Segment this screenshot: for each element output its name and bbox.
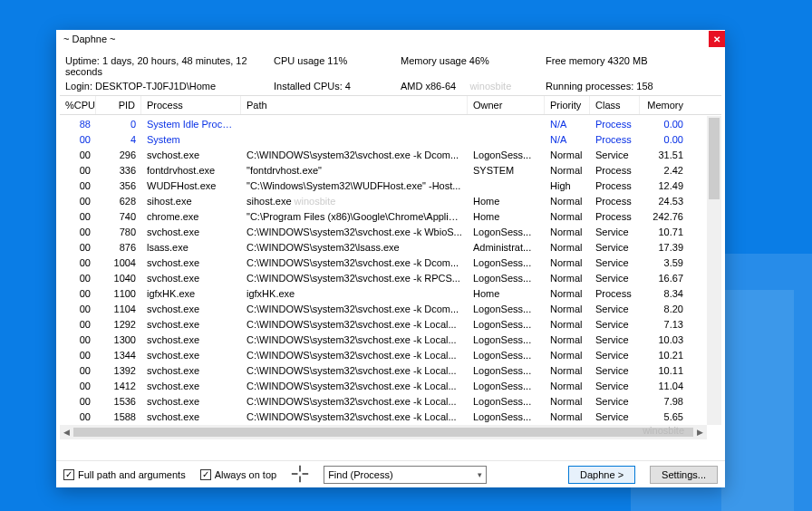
cell-owner: LogonSess...: [468, 319, 545, 330]
cell-owner: Home: [468, 211, 545, 222]
table-row[interactable]: 00740chrome.exe"C:\Program Files (x86)\G…: [60, 208, 707, 224]
table-row[interactable]: 001100igfxHK.exeigfxHK.exeHomeNormalProc…: [60, 285, 707, 301]
cpu-usage-label: CPU usage 11%: [274, 55, 401, 77]
cell-path: "C:\Windows\System32\WUDFHost.exe" -Host…: [241, 180, 468, 191]
cell-process: svchost.exe: [141, 304, 241, 314]
cell-priority: N/A: [545, 119, 590, 130]
cell-pid: 1412: [96, 381, 141, 391]
table-row[interactable]: 00356WUDFHost.exe"C:\Windows\System32\WU…: [60, 178, 707, 193]
cell-path: sihost.exe winosbite: [241, 196, 468, 207]
table-row[interactable]: 001292svchost.exeC:\WINDOWS\system32\svc…: [60, 316, 707, 332]
cell-pid: 628: [96, 196, 141, 207]
cell-owner: SYSTEM: [468, 165, 545, 176]
cell-class: Service: [590, 149, 640, 160]
table-row[interactable]: 00780svchost.exeC:\WINDOWS\system32\svch…: [60, 224, 707, 239]
cell-process: sihost.exe: [141, 196, 241, 207]
scrollbar-horizontal[interactable]: ◀ winosbite ▶: [60, 425, 707, 439]
settings-button[interactable]: Settings...: [650, 466, 718, 484]
cell-memory: 7.13: [640, 319, 689, 330]
cell-process: svchost.exe: [141, 381, 241, 391]
cell-priority: N/A: [545, 134, 590, 145]
col-header-cpu[interactable]: %CPU: [60, 96, 96, 114]
table-row[interactable]: 004SystemN/AProcess0.00: [60, 131, 707, 147]
cell-path: C:\WINDOWS\system32\svchost.exe -k Local…: [241, 381, 468, 391]
checkbox-always-on-top-label: Always on top: [215, 469, 276, 480]
scroll-track-horizontal[interactable]: winosbite: [73, 428, 693, 437]
cell-memory: 8.20: [640, 304, 689, 314]
crosshair-target-icon[interactable]: [291, 465, 309, 485]
cell-memory: 7.98: [640, 396, 689, 407]
cell-priority: Normal: [545, 165, 590, 176]
table-row[interactable]: 001412svchost.exeC:\WINDOWS\system32\svc…: [60, 378, 707, 393]
table-row[interactable]: 001588svchost.exeC:\WINDOWS\system32\svc…: [60, 409, 707, 424]
cell-process: svchost.exe: [141, 273, 241, 284]
table-row[interactable]: 880System Idle ProcessN/AProcess0.00: [60, 116, 707, 131]
titlebar[interactable]: ~ Daphne ~ ✕: [56, 30, 725, 48]
cell-process: lsass.exe: [141, 242, 241, 253]
cell-cpu: 00: [60, 227, 96, 237]
cell-path: C:\WINDOWS\system32\svchost.exe -k Local…: [241, 350, 468, 361]
daphne-button[interactable]: Daphne >: [568, 466, 635, 484]
cell-priority: Normal: [545, 381, 590, 391]
table-row[interactable]: 00628sihost.exesihost.exe winosbiteHomeN…: [60, 193, 707, 208]
table-row[interactable]: 00876lsass.exeC:\WINDOWS\system32\lsass.…: [60, 239, 707, 255]
cell-cpu: 00: [60, 319, 96, 330]
table-row[interactable]: 00296svchost.exeC:\WINDOWS\system32\svch…: [60, 147, 707, 162]
checkbox-always-on-top[interactable]: ✓ Always on top: [200, 469, 276, 480]
cell-pid: 336: [96, 165, 141, 176]
cell-path: C:\WINDOWS\system32\svchost.exe -k Local…: [241, 334, 468, 345]
scrollbar-vertical[interactable]: [707, 116, 721, 425]
cell-owner: LogonSess...: [468, 273, 545, 284]
close-icon: ✕: [713, 34, 720, 44]
scroll-left-icon[interactable]: ◀: [63, 428, 70, 437]
cell-pid: 1344: [96, 350, 141, 361]
cell-memory: 0.00: [640, 119, 689, 130]
cell-path: C:\WINDOWS\system32\svchost.exe -k Local…: [241, 365, 468, 376]
table-row[interactable]: 00336fontdrvhost.exe"fontdrvhost.exe"SYS…: [60, 162, 707, 178]
cell-pid: 4: [96, 134, 141, 145]
cell-class: Process: [590, 119, 640, 130]
scroll-right-icon[interactable]: ▶: [697, 428, 703, 437]
col-header-owner[interactable]: Owner: [468, 96, 545, 114]
cell-path: C:\WINDOWS\system32\svchost.exe -k WbioS…: [241, 227, 468, 237]
cell-owner: Home: [468, 196, 545, 207]
free-memory-label: Free memory 4320 MB: [546, 55, 716, 77]
col-header-process[interactable]: Process: [141, 96, 241, 114]
memory-usage-label: Memory usage 46%: [401, 55, 546, 77]
cell-cpu: 00: [60, 334, 96, 345]
table-row[interactable]: 001392svchost.exeC:\WINDOWS\system32\svc…: [60, 362, 707, 378]
cell-cpu: 00: [60, 196, 96, 207]
cell-cpu: 00: [60, 381, 96, 391]
col-header-path[interactable]: Path: [241, 96, 468, 114]
col-header-memory[interactable]: Memory: [640, 96, 689, 114]
cell-class: Service: [590, 304, 640, 314]
cell-path: C:\WINDOWS\system32\lsass.exe: [241, 242, 468, 253]
table-body[interactable]: 880System Idle ProcessN/AProcess0.00004S…: [60, 116, 707, 425]
table-row[interactable]: 001104svchost.exeC:\WINDOWS\system32\svc…: [60, 301, 707, 316]
table-row[interactable]: 001344svchost.exeC:\WINDOWS\system32\svc…: [60, 347, 707, 362]
table-row[interactable]: 001536svchost.exeC:\WINDOWS\system32\svc…: [60, 393, 707, 409]
cell-process: System: [141, 134, 241, 145]
cell-path: C:\WINDOWS\system32\svchost.exe -k Dcom.…: [241, 304, 468, 314]
table-row[interactable]: 001004svchost.exeC:\WINDOWS\system32\svc…: [60, 255, 707, 270]
scroll-thumb-vertical[interactable]: [709, 118, 720, 199]
cell-process: svchost.exe: [141, 319, 241, 330]
cell-path: C:\WINDOWS\system32\svchost.exe -k RPCS.…: [241, 273, 468, 284]
checkbox-full-path[interactable]: ✓ Full path and arguments: [63, 469, 186, 480]
chevron-down-icon: ▾: [478, 470, 482, 479]
cell-pid: 1040: [96, 273, 141, 284]
cell-memory: 0.00: [640, 134, 689, 145]
col-header-pid[interactable]: PID: [96, 96, 141, 114]
col-header-priority[interactable]: Priority: [545, 96, 590, 114]
daphne-button-label: Daphne >: [580, 469, 624, 480]
table-row[interactable]: 001040svchost.exeC:\WINDOWS\system32\svc…: [60, 270, 707, 285]
col-header-class[interactable]: Class: [590, 96, 640, 114]
cell-memory: 8.34: [640, 288, 689, 299]
cell-cpu: 00: [60, 273, 96, 284]
find-process-select[interactable]: Find (Process) ▾: [324, 466, 487, 484]
table-row[interactable]: 001300svchost.exeC:\WINDOWS\system32\svc…: [60, 332, 707, 347]
table-header-row[interactable]: %CPU PID Process Path Owner Priority Cla…: [60, 96, 721, 115]
cell-class: Service: [590, 334, 640, 345]
cell-process: chrome.exe: [141, 211, 241, 222]
close-button[interactable]: ✕: [709, 31, 725, 47]
